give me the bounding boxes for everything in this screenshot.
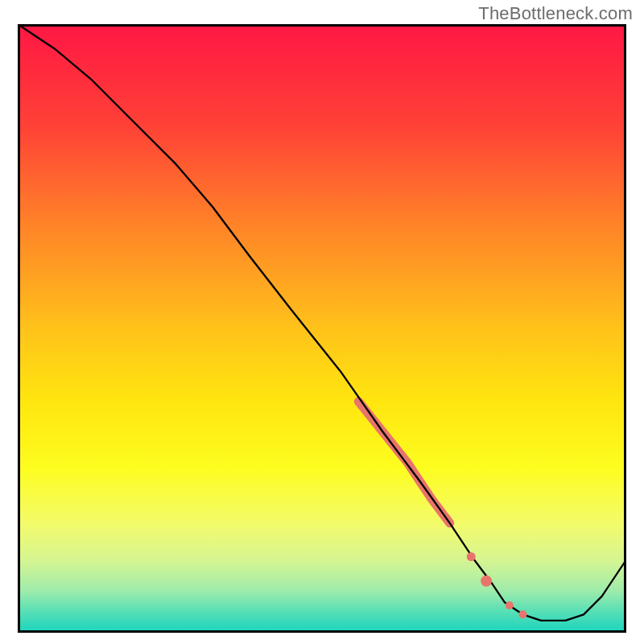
- watermark-text: TheBottleneck.com: [478, 3, 633, 24]
- chart-svg: [18, 24, 626, 633]
- chart-container: TheBottleneck.com: [0, 0, 644, 644]
- dot-4: [518, 610, 526, 618]
- dot-2: [481, 576, 492, 587]
- plot-background: [18, 24, 626, 633]
- dot-1: [467, 552, 476, 561]
- dot-3: [506, 601, 514, 609]
